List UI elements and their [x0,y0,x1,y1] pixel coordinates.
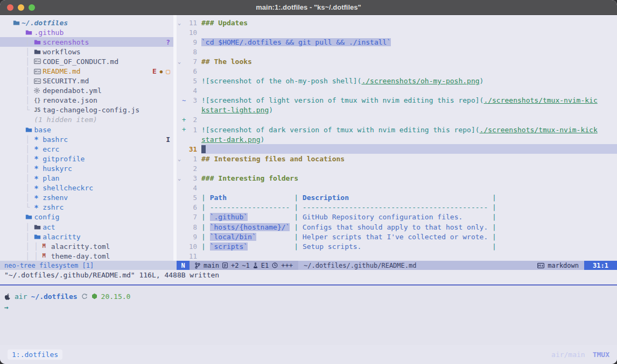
editor-line[interactable]: 8 [177,47,617,56]
tree-item-workflows[interactable]: │ workflows [0,47,173,56]
tree-item-label: shellcheckrc [43,184,93,192]
fold-chevron-icon[interactable]: ⌄ [177,175,182,181]
editor-line[interactable]: 6 [177,66,617,76]
terminal-window: main:1:.dotfiles - "ks~/.dotfiles" ~/.do… [0,0,617,364]
tree-guide [13,213,25,221]
line-number: 8 [187,48,197,56]
status-badge: ▢ [166,67,170,75]
line-number: 8 [187,223,197,231]
tree-item-label: screenshots [43,38,89,46]
filetype-label: markdown [548,262,579,269]
star-icon: * [34,165,43,172]
editor-line[interactable]: 6| ------------------- | ---------------… [177,203,617,212]
tree-item-dependabot-yml[interactable]: │ dependabot.yml [0,86,173,96]
status-badge: ? [166,38,170,46]
editor-line[interactable]: kstart-light.png) [177,105,617,115]
tree-item-theme-day-toml[interactable]: │ │ Mtheme-day.toml [0,251,173,261]
tree-item--dotfiles[interactable]: ~/.dotfiles [0,18,173,27]
fold-chevron-icon[interactable]: ⌄ [177,156,182,162]
editor-line[interactable]: 5| Path | Description | [177,193,617,203]
tree-item-alacritty[interactable]: │ alacritty [0,232,173,241]
fold-chevron-icon[interactable]: ⌄ [177,59,182,65]
tree-guide: │ [13,174,34,182]
editor-line[interactable]: 10 [177,27,617,37]
line-content: | `.github` | GitHub Repository configur… [201,212,617,222]
editor-line[interactable]: 7| `.github` | GitHub Repository configu… [177,212,617,222]
tree-item-shellcheckrc[interactable]: │ *shellcheckrc [0,183,173,193]
tree-item-tag-changelog-config-js[interactable]: └ JStag-changelog-config.js [0,105,173,115]
tree-item-code-of-conduct-md[interactable]: │ CODE_OF_CONDUCT.md [0,56,173,66]
line-content [201,86,617,96]
tree-item-act[interactable]: │ act [0,222,173,232]
tmux-label: TMUX [593,351,609,359]
editor-line[interactable]: 11 [177,251,617,261]
line-content [201,144,617,154]
tree-item-security-md[interactable]: │ SECURITY.md [0,76,173,86]
star-icon: * [34,175,43,182]
tree-guide [13,126,25,134]
toml-icon: M [43,253,51,259]
tree-item-label: README.md [43,67,80,75]
shell-pane[interactable]: air ~/.dotfiles 20.15.0 → [0,286,617,345]
line-content: ## Interesting files and locations [201,154,617,163]
editor-line[interactable]: 2 [177,163,617,173]
folder-open-icon [34,234,43,240]
fold-chevron-icon[interactable]: ⌄ [177,20,182,26]
tree-item-zshenv[interactable]: │ *zshenv [0,193,173,203]
editor-line[interactable]: 5![screenshot of the oh-my-posh shell](.… [177,76,617,86]
editor-line[interactable]: ⌄7## The looks [177,56,617,66]
tree-item-label: tag-changelog-config.js [43,106,139,114]
tree-item--github[interactable]: .github [0,27,173,37]
line-number: 3 [187,96,197,104]
tree-item-bashrc[interactable]: │ *bashrcI [0,134,173,144]
tree-guide: └ [13,203,34,211]
tree-guide: │ [13,184,34,192]
editor-line[interactable]: 8| `hosts/{hostname}/` | Configs that sh… [177,222,617,232]
prompt-arrow[interactable]: → [4,302,617,312]
tree-item-ecrc[interactable]: │ *ecrc [0,144,173,154]
line-content [201,183,617,193]
tree-item-badges: I [166,134,170,144]
editor-line[interactable]: +2 [177,115,617,125]
status-row: neo-tree filesystem [1] N main +2 ~1 E1 … [0,261,617,270]
tree-item-gitprofile[interactable]: │ *gitprofile [0,154,173,163]
editor-line[interactable]: 10| `scripts` | Setup scripts. | [177,241,617,251]
tree-item-renovate-json[interactable]: │ {}renovate.json [0,96,173,105]
tree-item-label: zshrc [43,203,64,211]
tree-guide: │ [13,58,34,66]
editor-line[interactable]: ⌄11### Updates [177,18,617,27]
tree-item-base[interactable]: base [0,125,173,134]
tree-item-label: dependabot.yml [43,87,102,95]
editor-line[interactable]: +1![screenshot of dark version of tmux w… [177,125,617,134]
filetype-segment: markdown [537,262,579,269]
editor-line[interactable]: 31 [177,144,617,154]
editor-line[interactable]: ~3![screenshot of light version of tmux … [177,96,617,105]
mode-indicator: N [177,261,190,270]
tree-item-readme-md[interactable]: │ README.mdE●▢ [0,66,173,76]
editor-line[interactable]: ⌄3### Interesting folders [177,174,617,183]
tree-item-alacritty-toml[interactable]: │ │ Malacritty.toml [0,241,173,251]
git-branch-icon [195,262,200,269]
editor-line[interactable]: ⌄1## Interesting files and locations [177,154,617,163]
tree-item-label: theme-day.toml [51,252,110,260]
editor-line[interactable]: 9| `local/bin` | Helper scripts that I'v… [177,232,617,241]
tree-item-huskyrc[interactable]: │ *huskyrc [0,163,173,173]
tree-item-plan[interactable]: │ *plan [0,174,173,183]
tree-item-screenshots[interactable]: │ screenshots? [0,37,173,47]
editor-line[interactable]: 4 [177,183,617,193]
tree-item--1-hidden-item-[interactable]: (1 hidden item) [0,115,173,125]
tree-item-config[interactable]: config [0,212,173,222]
editor-line[interactable]: 4 [177,86,617,96]
editor-buffer: ⌄11### Updates109`cd $HOME/.dotfiles && … [177,15,617,261]
tree-item-label: ~/.dotfiles [22,19,68,27]
editor-line[interactable]: start-dark.png) [177,134,617,144]
neo-tree-sidebar: ~/.dotfiles .github │ screenshots? │ wor… [0,15,173,261]
tmux-window-tab[interactable]: 1:.dotfiles [8,349,62,360]
tree-guide: │ [13,67,34,75]
gear-icon [34,88,43,94]
tree-item-label: SECURITY.md [43,77,89,85]
editor-line[interactable]: 9`cd $HOME/.dotfiles && git pull && ./in… [177,37,617,47]
line-content [201,66,617,76]
tree-item-zshrc[interactable]: └ *zshrc [0,203,173,212]
folder-open-icon [25,127,34,133]
